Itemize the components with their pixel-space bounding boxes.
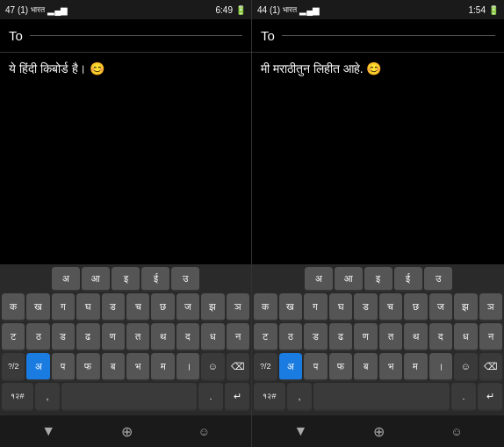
row4-right: १२# , . ↵ [254, 383, 502, 411]
key-i1[interactable]: इ [112, 267, 140, 292]
key-bha-r[interactable]: भ [379, 353, 403, 381]
key-comma-l[interactable]: , [35, 383, 60, 411]
key-pa-l[interactable]: प [52, 353, 75, 381]
key-ttha-r[interactable]: ठ [279, 323, 303, 351]
key-i2[interactable]: इ [364, 267, 392, 292]
key-pa-r[interactable]: प [304, 353, 328, 381]
key-aa1[interactable]: आ [82, 267, 110, 292]
key-ga-r[interactable]: ग [304, 293, 328, 321]
key-pha-l[interactable]: फ [76, 353, 99, 381]
message-body-right[interactable]: मी मराठीतुन लिहीत आहे. 😊 [252, 53, 504, 264]
key-gha-r[interactable]: घ [329, 293, 353, 321]
chevron-down-icon-left[interactable]: ▼ [41, 423, 55, 439]
key-a-blue-l[interactable]: अ [26, 353, 49, 381]
key-a-blue-r[interactable]: अ [279, 353, 303, 381]
key-pha-r[interactable]: फ [329, 353, 353, 381]
key-bha-l[interactable]: भ [126, 353, 149, 381]
key-ba-l[interactable]: ब [102, 353, 125, 381]
key-ja-r[interactable]: ज [429, 293, 453, 321]
key-kha-l[interactable]: ख [26, 293, 49, 321]
key-ii1[interactable]: ई [141, 267, 169, 292]
key-jha-l[interactable]: झ [201, 293, 224, 321]
key-tta-r[interactable]: ट [254, 323, 277, 351]
key-ta-r[interactable]: त [379, 323, 403, 351]
key-ma-r[interactable]: म [404, 353, 428, 381]
key-emoji-l[interactable]: ☺ [201, 353, 224, 381]
key-da-l[interactable]: द [176, 323, 199, 351]
key-dda-l[interactable]: ड [52, 323, 75, 351]
row2-right: ट ठ ड ढ ण त थ द ध न [254, 323, 502, 351]
row2-left: ट ठ ड ढ ण त थ द ध न [2, 323, 249, 351]
status-bar-left: 47 (1) भारत ▂▄▆ 6:49 🔋 [0, 0, 251, 19]
key-tha-r[interactable]: थ [404, 323, 428, 351]
key-danda-l[interactable]: । [176, 353, 199, 381]
key-u1[interactable]: उ [171, 267, 199, 292]
to-field-left[interactable]: To [0, 19, 251, 53]
key-ka-l[interactable]: क [2, 293, 25, 321]
key-na-l[interactable]: न [227, 323, 249, 351]
key-ma-l[interactable]: म [151, 353, 174, 381]
key-gha-l[interactable]: घ [76, 293, 99, 321]
globe-icon-left[interactable]: ⊕ [121, 423, 133, 440]
message-body-left[interactable]: ये हिंदी किबोर्ड है। 😊 [0, 53, 251, 264]
key-a1[interactable]: अ [52, 267, 80, 292]
key-dda-r[interactable]: ड [304, 323, 328, 351]
key-dha-l[interactable]: ध [201, 323, 224, 351]
key-tha-l[interactable]: थ [151, 323, 174, 351]
key-period-l[interactable]: . [198, 383, 223, 411]
key-a2[interactable]: अ [305, 267, 333, 292]
key-nna-l[interactable]: ण [102, 323, 125, 351]
key-ddha-l[interactable]: ढ [76, 323, 99, 351]
key-num-r[interactable]: ?/2 [254, 353, 277, 381]
key-devanagari-num-r[interactable]: १२# [254, 383, 285, 411]
to-input-left [30, 35, 242, 36]
key-ddha-r[interactable]: ढ [329, 323, 353, 351]
globe-icon-right[interactable]: ⊕ [373, 423, 385, 440]
key-cha-r[interactable]: छ [404, 293, 428, 321]
key-emoji-r[interactable]: ☺ [454, 353, 478, 381]
key-nja-r[interactable]: ञ [479, 293, 503, 321]
key-nja-l[interactable]: ञ [227, 293, 249, 321]
key-tta-l[interactable]: ट [2, 323, 25, 351]
key-period-r[interactable]: . [451, 383, 476, 411]
key-ga-l[interactable]: ग [52, 293, 75, 321]
key-enter-l[interactable]: ↵ [225, 383, 249, 411]
key-ttha-l[interactable]: ठ [26, 323, 49, 351]
key-aa2[interactable]: आ [335, 267, 363, 292]
emoji-icon-left[interactable]: ☺ [198, 425, 209, 438]
key-num-l[interactable]: ?/2 [2, 353, 25, 381]
key-da-r[interactable]: द [429, 323, 453, 351]
to-field-right[interactable]: To [252, 19, 504, 53]
status-left-right: 44 (1) भारत ▂▄▆ [257, 5, 320, 15]
key-enter-r[interactable]: ↵ [478, 383, 502, 411]
key-na-r[interactable]: न [479, 323, 503, 351]
row1-right: क ख ग घ ड च छ ज झ ञ [254, 293, 502, 321]
key-nna-r[interactable]: ण [354, 323, 378, 351]
key-ca-r[interactable]: च [379, 293, 403, 321]
key-ba-r[interactable]: ब [354, 353, 378, 381]
key-ca-l[interactable]: च [126, 293, 149, 321]
key-nga-l[interactable]: ड [102, 293, 125, 321]
key-u2[interactable]: उ [424, 267, 452, 292]
key-backspace-r[interactable]: ⌫ [479, 353, 503, 381]
key-dha-r[interactable]: ध [454, 323, 478, 351]
key-nga-r[interactable]: ड [354, 293, 378, 321]
key-comma-r[interactable]: , [287, 383, 312, 411]
chevron-down-icon-right[interactable]: ▼ [293, 423, 307, 439]
message-area-left: To ये हिंदी किबोर्ड है। 😊 [0, 19, 251, 264]
key-danda-r[interactable]: । [429, 353, 453, 381]
key-backspace-l[interactable]: ⌫ [227, 353, 249, 381]
key-ii2[interactable]: ई [394, 267, 422, 292]
key-space-l[interactable] [61, 383, 197, 411]
key-space-r[interactable] [313, 383, 450, 411]
signal-text-left: भारत [31, 5, 45, 15]
key-cha-l[interactable]: छ [151, 293, 174, 321]
key-ta-l[interactable]: त [126, 323, 149, 351]
key-ja-l[interactable]: ज [176, 293, 199, 321]
row1-left: क ख ग घ ड च छ ज झ ञ [2, 293, 249, 321]
key-jha-r[interactable]: झ [454, 293, 478, 321]
key-ka-r[interactable]: क [254, 293, 277, 321]
emoji-icon-right[interactable]: ☺ [450, 425, 462, 438]
key-devanagari-num-l[interactable]: १२# [2, 383, 33, 411]
key-kha-r[interactable]: ख [279, 293, 303, 321]
